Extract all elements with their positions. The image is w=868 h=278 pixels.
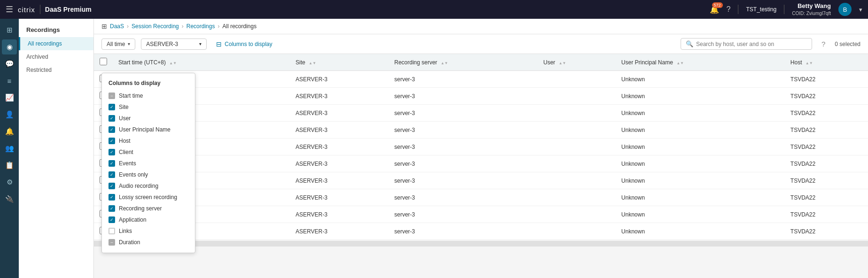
sidebar-icon-bell[interactable]: 🔔 (2, 124, 17, 139)
server-select-dropdown[interactable]: ASERVER-3 ▾ (141, 39, 207, 50)
columns-label-upn: User Principal Name (119, 126, 170, 133)
sidebar-icon-dashboard[interactable]: ◉ (2, 39, 17, 54)
notifications-icon[interactable]: 🔔 572 (710, 5, 719, 14)
columns-label-client: Client (119, 149, 133, 155)
columns-label-site: Site (119, 104, 129, 110)
cell-recording-server: server-3 (388, 155, 537, 172)
sidebar-icon-messages[interactable]: 💬 (2, 56, 17, 71)
nav-item-restricted[interactable]: Restricted (19, 63, 93, 77)
search-input[interactable] (696, 41, 807, 47)
search-icon: 🔍 (686, 40, 693, 47)
columns-cb-lossy-screen: ✓ (108, 194, 115, 201)
columns-cb-events-only: ✓ (108, 171, 115, 178)
columns-popup-item-client[interactable]: ✓ Client (102, 147, 195, 158)
horizontal-scrollbar[interactable] (94, 241, 868, 247)
nav-item-all-recordings[interactable]: All recordings (19, 37, 93, 50)
columns-popup-item-host[interactable]: ✓ Host (102, 135, 195, 147)
columns-cb-start-time: – (108, 93, 115, 99)
sidebar-icon-settings[interactable]: ⚙ (2, 175, 17, 190)
columns-popup: Columns to display – Start time ✓ Site ✓… (101, 73, 195, 253)
cell-site: ASERVER-3 (290, 206, 388, 223)
cell-upn: Unknown (616, 139, 785, 155)
columns-label-events-only: Events only (119, 171, 148, 178)
breadcrumb-daas[interactable]: DaaS (110, 23, 124, 30)
help-icon[interactable]: ? (727, 5, 731, 14)
col-recording-server[interactable]: Recording server ▲▼ (388, 54, 537, 71)
columns-display-icon: ⊟ (216, 40, 222, 48)
table-row: October 29, 2024 2:51 PM ASERVER-3 serve… (94, 223, 868, 240)
col-start-time[interactable]: Start time (UTC+8) ▲▼ (113, 54, 290, 71)
columns-to-display-button[interactable]: ⊟ Columns to display (216, 40, 272, 48)
citrix-logo-text: citrix (18, 6, 35, 14)
cell-user (538, 155, 616, 172)
cell-site: ASERVER-3 (290, 105, 388, 122)
time-filter-dropdown[interactable]: All time ▾ (101, 39, 135, 50)
table-area: Columns to display – Start time ✓ Site ✓… (94, 54, 868, 278)
breadcrumb-session-recording[interactable]: Session Recording (132, 23, 179, 30)
sidebar-icon-home[interactable]: ⊞ (2, 23, 17, 38)
breadcrumb: ⊞ DaaS › Session Recording › Recordings … (94, 19, 868, 34)
breadcrumb-sep3: › (217, 23, 219, 30)
user-info: Betty Wang COID: ZviumgI7qft (792, 2, 831, 17)
sidebar-icon-plugin[interactable]: 🔌 (2, 192, 17, 207)
select-all-checkbox[interactable] (100, 58, 107, 65)
cell-host: TSVDA22 (785, 139, 868, 155)
columns-label-duration: Duration (119, 239, 140, 246)
sidebar-icon-list[interactable]: ≡ (2, 73, 17, 88)
columns-popup-item-events[interactable]: ✓ Events (102, 158, 195, 169)
cell-upn: Unknown (616, 71, 785, 88)
columns-cb-duration: – (108, 239, 115, 246)
cell-recording-server: server-3 (388, 172, 537, 189)
user-avatar[interactable]: B (838, 3, 852, 16)
columns-popup-item-start-time[interactable]: – Start time (102, 90, 195, 101)
columns-popup-item-events-only[interactable]: ✓ Events only (102, 169, 195, 180)
columns-cb-host: ✓ (108, 138, 115, 144)
cell-user (538, 88, 616, 105)
col-upn-label: User Principal Name (621, 59, 673, 66)
columns-popup-item-links[interactable]: Links (102, 225, 195, 237)
product-name: DaaS Premium (45, 6, 92, 13)
cell-user (538, 122, 616, 139)
col-upn[interactable]: User Principal Name ▲▼ (616, 54, 785, 71)
cell-recording-server: server-3 (388, 88, 537, 105)
nav-item-all-recordings-label: All recordings (28, 40, 62, 47)
cell-recording-server: server-3 (388, 71, 537, 88)
nav-item-archived[interactable]: Archived (19, 50, 93, 63)
sidebar-icon-reports[interactable]: 📋 (2, 158, 17, 173)
col-recording-server-label: Recording server (394, 59, 437, 66)
columns-popup-item-upn[interactable]: ✓ User Principal Name (102, 124, 195, 135)
search-help-icon[interactable]: ? (822, 40, 825, 48)
topbar-divider2 (738, 5, 738, 14)
hamburger-icon[interactable]: ☰ (6, 4, 13, 15)
cell-upn: Unknown (616, 223, 785, 240)
columns-popup-item-recording-server[interactable]: ✓ Recording server (102, 203, 195, 214)
cell-user (538, 139, 616, 155)
breadcrumb-recordings[interactable]: Recordings (186, 23, 215, 30)
columns-cb-user: ✓ (108, 115, 115, 122)
cell-recording-server: server-3 (388, 122, 537, 139)
sidebar-icon-group[interactable]: 👥 (2, 141, 17, 156)
col-site-sort: ▲▼ (309, 61, 316, 65)
col-site[interactable]: Site ▲▼ (290, 54, 388, 71)
user-coid: COID: ZviumgI7qft (792, 10, 831, 17)
columns-popup-item-application[interactable]: ✓ Application (102, 214, 195, 225)
col-host[interactable]: Host ▲▼ (785, 54, 868, 71)
col-user[interactable]: User ▲▼ (538, 54, 616, 71)
breadcrumb-sep1: › (127, 23, 129, 30)
columns-popup-item-site[interactable]: ✓ Site (102, 101, 195, 113)
columns-popup-item-user[interactable]: ✓ User (102, 113, 195, 124)
cell-site: ASERVER-3 (290, 122, 388, 139)
sidebar-icon-analytics[interactable]: 📈 (2, 90, 17, 105)
cell-host: TSVDA22 (785, 189, 868, 206)
cell-user (538, 71, 616, 88)
columns-popup-item-lossy-screen[interactable]: ✓ Lossy screen recording (102, 192, 195, 203)
columns-label-links: Links (119, 228, 132, 234)
columns-popup-item-audio-recording[interactable]: ✓ Audio recording (102, 180, 195, 192)
sidebar-icon-users[interactable]: 👤 (2, 107, 17, 122)
time-filter-arrow-icon: ▾ (128, 41, 130, 46)
columns-label-host: Host (119, 138, 131, 144)
cell-upn: Unknown (616, 172, 785, 189)
user-dropdown-icon[interactable]: ▾ (859, 6, 862, 13)
columns-popup-item-duration[interactable]: – Duration (102, 237, 195, 248)
environment-label: TST_testing (746, 6, 776, 13)
